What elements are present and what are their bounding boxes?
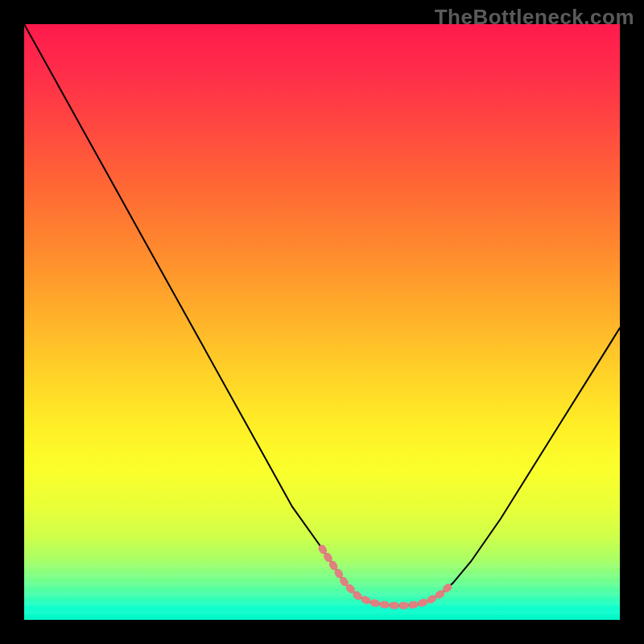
curve-svg: [24, 24, 620, 620]
chart-container: TheBottleneck.com: [0, 0, 644, 644]
plot-area: [24, 24, 620, 620]
watermark-text: TheBottleneck.com: [435, 5, 634, 30]
bottleneck-curve: [24, 24, 620, 605]
flat-zone-marker: [322, 548, 453, 605]
